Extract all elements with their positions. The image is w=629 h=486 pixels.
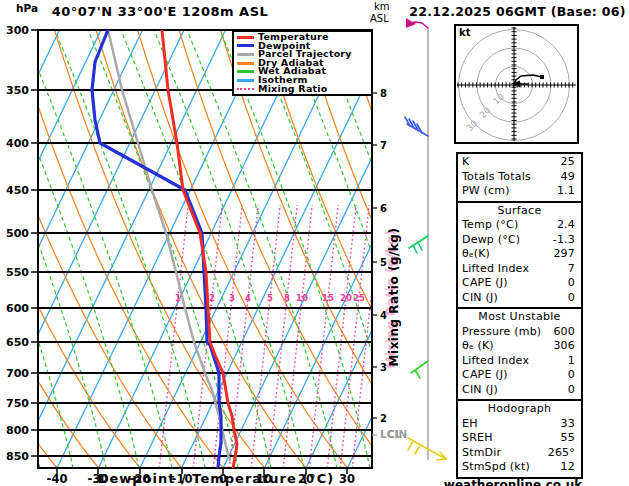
pressure-tick-label: 650 <box>6 336 29 349</box>
table-row-label: θₑ (K) <box>462 339 494 354</box>
table-row-value: 1 <box>568 354 577 369</box>
km-tick-label: 7 <box>380 140 387 151</box>
cin-marker-label: CIN <box>387 428 407 440</box>
hodograph: 102030 <box>455 25 578 143</box>
mixing-ratio-label: 1 <box>175 293 181 303</box>
wind-barb <box>409 236 428 253</box>
table-row: Pressure (mb)600 <box>462 325 577 340</box>
table-section: SurfaceTemp (°C)2.4Dewp (°C)-1.3θₑ(K)297… <box>456 201 583 310</box>
km-tick-label: 2 <box>380 413 387 424</box>
mixing-ratio-label: 25 <box>353 293 365 303</box>
km-tick-label: 5 <box>380 257 387 268</box>
table-section: HodographEH33SREH55StmDir265°StmSpd (kt)… <box>456 399 583 479</box>
table-row-label: Lifted Index <box>462 354 529 369</box>
table-row: StmSpd (kt)12 <box>462 460 577 475</box>
km-tick-label: 8 <box>380 88 387 99</box>
table-row-label: CAPE (J) <box>462 276 508 291</box>
x-axis-title: Dewpoint / Temperature (°C) <box>91 471 341 486</box>
table-row-value: 1.1 <box>557 184 577 199</box>
legend-swatch-mixing-ratio <box>237 88 254 90</box>
table-row-value: 7 <box>568 262 577 277</box>
table-row-value: 25 <box>561 155 577 170</box>
wind-barb <box>411 361 428 378</box>
table-row: Lifted Index1 <box>462 354 577 369</box>
table-row-value: 600 <box>553 325 577 340</box>
table-row-value: 55 <box>561 431 577 446</box>
table-row-label: CIN (J) <box>462 383 498 398</box>
table-row: Temp (°C)2.4 <box>462 218 577 233</box>
pressure-tick-label: 400 <box>6 137 29 150</box>
legend-item: Mixing Ratio <box>237 85 371 94</box>
pressure-tick-label: 300 <box>6 24 29 37</box>
table-row-label: Pressure (mb) <box>462 325 541 340</box>
table-row: Totals Totals49 <box>462 170 577 185</box>
indices-table: K25Totals Totals49PW (cm)1.1SurfaceTemp … <box>456 152 583 479</box>
table-section-header: Hodograph <box>462 402 577 417</box>
legend-label: Mixing Ratio <box>258 85 327 94</box>
table-row-label: SREH <box>462 431 493 446</box>
wind-barb <box>408 438 446 460</box>
table-row-value: 0 <box>568 276 577 291</box>
table-row-value: 265° <box>548 446 577 461</box>
hodograph-unit-label: kt <box>459 27 470 38</box>
wind-barb <box>406 18 428 28</box>
table-row-value: 306 <box>553 339 577 354</box>
table-row: SREH55 <box>462 431 577 446</box>
temperature-tick-label: -40 <box>47 472 68 486</box>
mixing-ratio-axis-title: Mixing Ratio (g/kg) <box>387 197 401 397</box>
table-row-label: CIN (J) <box>462 291 498 306</box>
pressure-tick-label: 800 <box>6 424 29 437</box>
table-row: PW (cm)1.1 <box>462 184 577 199</box>
table-row-label: EH <box>462 417 478 432</box>
mixing-ratio-label: 4 <box>245 293 251 303</box>
table-row-label: K <box>462 155 469 170</box>
mixing-ratio-label: 20 <box>340 293 352 303</box>
mixing-ratio-label: 10 <box>296 293 308 303</box>
table-row: CIN (J)0 <box>462 383 577 398</box>
table-row-value: 49 <box>561 170 577 185</box>
table-row-value: -1.3 <box>553 233 577 248</box>
pressure-axis-unit: hPa <box>16 2 38 14</box>
table-row-value: 12 <box>561 460 577 475</box>
table-row-label: θₑ(K) <box>462 247 490 262</box>
table-row-value: 0 <box>568 368 577 383</box>
pressure-tick-label: 700 <box>6 367 29 380</box>
table-row-value: 2.4 <box>557 218 577 233</box>
table-row: Lifted Index7 <box>462 262 577 277</box>
page-title: 40°07'N 33°00'E 1208m ASL <box>50 4 270 19</box>
table-row: StmDir265° <box>462 446 577 461</box>
km-tick-label: 6 <box>380 203 387 214</box>
table-row-label: Lifted Index <box>462 262 529 277</box>
run-datetime: 22.12.2025 06GMT (Base: 06) <box>406 4 629 19</box>
legend-swatch-temperature <box>237 36 254 39</box>
pressure-tick-label: 450 <box>6 184 29 197</box>
table-row: CAPE (J)0 <box>462 368 577 383</box>
table-row-label: StmDir <box>462 446 501 461</box>
wind-barb <box>405 117 428 136</box>
table-row: K25 <box>462 155 577 170</box>
table-row: CIN (J)0 <box>462 291 577 306</box>
table-row: θₑ(K)297 <box>462 247 577 262</box>
table-section-header: Surface <box>462 204 577 219</box>
table-row-label: Totals Totals <box>462 170 531 185</box>
table-row-value: 297 <box>553 247 577 262</box>
km-tick-label: 3 <box>380 362 387 373</box>
table-row: Dewp (°C)-1.3 <box>462 233 577 248</box>
temperature-tick-label: 30 <box>339 472 355 486</box>
km-tick-label: 4 <box>380 310 387 321</box>
mixing-ratio-label: 8 <box>284 293 290 303</box>
mixing-ratio-label: 2 <box>209 293 215 303</box>
table-row-label: CAPE (J) <box>462 368 508 383</box>
legend-swatch-isotherm <box>237 79 254 82</box>
pressure-tick-label: 500 <box>6 227 29 240</box>
mixing-ratio-label: 3 <box>229 293 235 303</box>
table-row-label: Temp (°C) <box>462 218 518 233</box>
pressure-tick-label: 550 <box>6 266 29 279</box>
table-row: EH33 <box>462 417 577 432</box>
skewt-sounding-app: 300350400450500550600650700750800850-40-… <box>0 0 629 486</box>
altitude-axis-unit-asl: ASL <box>370 13 389 24</box>
table-section: K25Totals Totals49PW (cm)1.1 <box>456 152 583 203</box>
legend-swatch-dry-adiabat <box>237 62 254 65</box>
table-row-value: 0 <box>568 383 577 398</box>
mixing-ratio-label: 15 <box>322 293 334 303</box>
